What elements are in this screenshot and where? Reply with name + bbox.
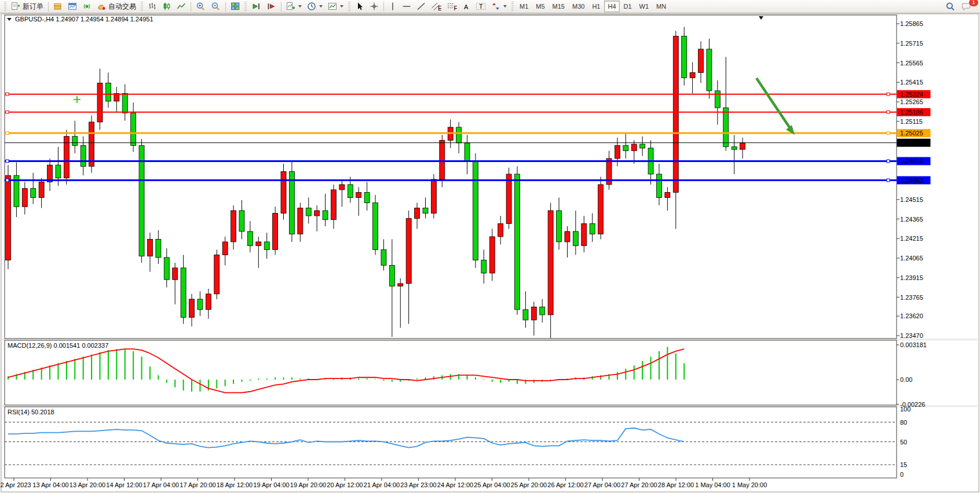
svg-text:1.24365: 1.24365 <box>900 216 923 223</box>
toolbar-grip[interactable] <box>141 2 143 11</box>
chart-shift-icon <box>266 2 276 11</box>
text-label-button[interactable]: T <box>473 0 488 13</box>
svg-text:1.23470: 1.23470 <box>900 332 923 339</box>
timeframe-d1[interactable]: D1 <box>620 1 635 12</box>
notifications-button[interactable]: 1 <box>959 0 974 13</box>
notification-badge: 1 <box>969 0 978 6</box>
bar-chart-icon <box>148 2 157 11</box>
svg-text:1.25415: 1.25415 <box>900 79 923 86</box>
svg-text:1.24065: 1.24065 <box>900 255 923 262</box>
line-chart-icon <box>177 2 186 11</box>
svg-text:F: F <box>454 5 458 12</box>
svg-text:E: E <box>438 5 441 12</box>
indicators-button[interactable] <box>284 0 304 13</box>
timeframe-m15[interactable]: M15 <box>549 1 568 12</box>
trendline-button[interactable] <box>414 0 428 13</box>
line-chart-button[interactable] <box>174 0 188 13</box>
svg-text:1.25025: 1.25025 <box>900 130 923 137</box>
chart-shift-button[interactable] <box>264 0 279 13</box>
zoom-out-button[interactable] <box>209 0 223 13</box>
svg-text:100: 100 <box>900 406 910 413</box>
arrows-button[interactable] <box>489 0 509 13</box>
chevron-down-icon <box>503 5 507 8</box>
toolbar: 新订单 自动交易 <box>0 0 980 13</box>
svg-text:1.25865: 1.25865 <box>900 20 923 27</box>
svg-text:1.24515: 1.24515 <box>900 196 923 203</box>
data-window-button[interactable] <box>65 0 79 13</box>
svg-text:0.003181: 0.003181 <box>900 341 927 348</box>
svg-text:25 Apr 04:00: 25 Apr 04:00 <box>474 481 510 488</box>
svg-text:19 Apr 20:00: 19 Apr 20:00 <box>290 481 326 488</box>
svg-text:27 Apr 04:00: 27 Apr 04:00 <box>584 481 620 488</box>
search-button[interactable] <box>943 0 958 13</box>
fibonacci-icon: F <box>447 2 457 11</box>
zoom-in-button[interactable] <box>193 0 208 13</box>
chevron-down-icon <box>298 5 302 8</box>
svg-text:1.25565: 1.25565 <box>900 60 923 67</box>
candlestick-icon <box>162 2 171 11</box>
toolbar-separator <box>281 2 281 12</box>
svg-text:23 Apr 23:00: 23 Apr 23:00 <box>400 481 436 488</box>
zoom-in-icon <box>196 2 206 11</box>
tile-windows-button[interactable] <box>228 0 242 13</box>
timeframe-m1[interactable]: M1 <box>516 1 532 12</box>
timeframe-mn[interactable]: MN <box>653 1 670 12</box>
window-icon <box>68 2 77 11</box>
crosshair-icon <box>370 2 379 11</box>
svg-text:1.23765: 1.23765 <box>900 294 923 301</box>
svg-text:0.00: 0.00 <box>900 376 912 383</box>
toolbar-grip[interactable] <box>348 2 350 11</box>
svg-text:80: 80 <box>900 419 907 426</box>
bar-chart-button[interactable] <box>145 0 159 13</box>
svg-text:19 Apr 04:00: 19 Apr 04:00 <box>253 481 289 488</box>
channel-icon: E <box>431 2 441 11</box>
text-label-icon: T <box>476 2 486 11</box>
vertical-line-icon <box>389 2 397 11</box>
svg-text:14 Apr 12:00: 14 Apr 12:00 <box>106 481 142 488</box>
templates-button[interactable] <box>326 0 346 13</box>
candlestick-chart-button[interactable] <box>160 0 174 13</box>
periods-button[interactable] <box>305 0 325 13</box>
autotrading-button[interactable]: 自动交易 <box>94 0 138 13</box>
svg-text:RSI(14) 50.2018: RSI(14) 50.2018 <box>8 409 54 415</box>
svg-text:GBPUSD-,H4 1.24907 1.24954 1.: GBPUSD-,H4 1.24907 1.24954 1.24894 1.249… <box>15 16 153 23</box>
svg-text:24 Apr 12:00: 24 Apr 12:00 <box>437 481 473 488</box>
chart-canvas[interactable]: 1.258651.257151.255651.254151.252651.251… <box>0 0 980 493</box>
timeframe-m5[interactable]: M5 <box>532 1 548 12</box>
toolbar-grip[interactable] <box>244 2 247 11</box>
fibonacci-button[interactable]: F <box>444 0 459 13</box>
svg-text:26 Apr 12:00: 26 Apr 12:00 <box>547 481 583 488</box>
autotrading-icon <box>97 2 107 11</box>
toolbar-grip[interactable] <box>4 2 6 11</box>
svg-text:13 Apr 20:00: 13 Apr 20:00 <box>70 481 105 488</box>
svg-text:T: T <box>479 3 483 10</box>
new-order-icon <box>11 2 21 11</box>
autotrading-label: 自动交易 <box>108 2 136 12</box>
mt4-window: 新订单 自动交易 <box>0 0 980 493</box>
clock-icon <box>307 2 316 11</box>
new-order-button[interactable]: 新订单 <box>9 0 46 13</box>
toolbar-grip[interactable] <box>511 2 514 11</box>
svg-text:1.23620: 1.23620 <box>900 312 923 319</box>
svg-text:1.24951: 1.24951 <box>900 139 923 146</box>
auto-scroll-button[interactable] <box>249 0 264 13</box>
timeframe-h4[interactable]: H4 <box>604 1 619 12</box>
svg-text:1 May 04:00: 1 May 04:00 <box>695 481 730 488</box>
svg-text:1.25115: 1.25115 <box>900 118 923 125</box>
horizontal-line-button[interactable] <box>400 0 414 13</box>
timeframe-w1[interactable]: W1 <box>636 1 653 12</box>
svg-text:21 Apr 04:00: 21 Apr 04:00 <box>364 481 400 488</box>
timeframe-m30[interactable]: M30 <box>569 1 588 12</box>
text-button[interactable]: A <box>460 0 473 13</box>
svg-text:1.25715: 1.25715 <box>900 40 923 47</box>
cursor-button[interactable] <box>353 0 367 13</box>
vertical-line-button[interactable] <box>386 0 399 13</box>
tile-windows-icon <box>231 2 240 11</box>
crosshair-button[interactable] <box>367 0 381 13</box>
market-watch-button[interactable] <box>51 0 65 13</box>
timeframe-h1[interactable]: H1 <box>588 1 604 12</box>
svg-text:15: 15 <box>900 461 907 468</box>
toolbar-separator <box>48 2 49 12</box>
signal-button[interactable] <box>80 0 94 13</box>
equidistant-channel-button[interactable]: E <box>429 0 444 13</box>
